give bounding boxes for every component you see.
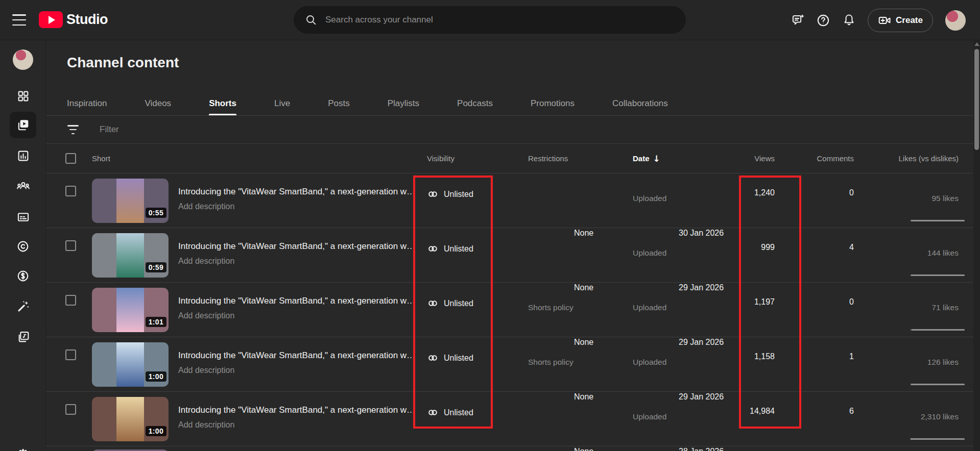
visibility-value: Unlisted [444,190,473,199]
sidebar-item-community[interactable] [10,173,36,199]
short-title[interactable]: Introducing the "VitaWear SmartBand," a … [178,350,418,361]
filter-input[interactable] [100,124,304,135]
add-description-link[interactable]: Add description [178,202,234,211]
short-thumbnail[interactable]: 1:00 [92,342,169,387]
row-checkbox[interactable] [65,349,76,360]
create-button[interactable]: Create [868,9,933,32]
shorts-table-row: 0:59 Introducing the "VitaWear SmartBand… [46,228,980,283]
shorts-table-row: 0:55 Introducing the "VitaWear SmartBand… [46,173,980,228]
comments-cell: 0 [792,297,854,307]
unlisted-link-icon [427,352,439,364]
views-cell: 1,197 [700,297,775,307]
sidebar-item-analytics[interactable] [10,142,36,169]
select-all-checkbox[interactable] [65,153,76,164]
partial-next-row [46,446,980,451]
row-checkbox[interactable] [65,186,76,196]
tab-playlists[interactable]: Playlists [388,91,419,115]
column-views[interactable]: Views [700,144,775,173]
short-thumbnail[interactable]: 1:01 [92,288,169,332]
studio-logo[interactable]: Studio [39,11,108,28]
short-thumbnail-image [116,233,144,278]
visibility-cell[interactable]: Unlisted [427,188,473,200]
row-checkbox[interactable] [65,404,76,415]
column-restrictions[interactable]: Restrictions [528,144,568,173]
sidebar-item-settings[interactable]: ⚙ [10,441,36,451]
short-title[interactable]: Introducing the "VitaWear SmartBand," a … [178,296,418,306]
tab-podcasts[interactable]: Podcasts [457,91,493,115]
restrictions-note: Shorts policy [528,303,573,312]
sidebar-item-copyright[interactable] [10,233,36,260]
account-avatar[interactable] [945,10,966,31]
likes-ratio-bar [910,220,965,221]
scrollbar[interactable] [973,40,980,451]
shorts-table-row: 1:01 Introducing the "VitaWear SmartBand… [46,283,980,337]
views-value: 1,197 [754,297,775,306]
add-description-link[interactable]: Add description [178,420,234,430]
sidebar-item-dashboard[interactable] [10,83,36,109]
short-thumbnail-image [116,179,144,223]
visibility-cell[interactable]: Unlisted [427,407,473,418]
restrictions-note: Shorts policy [528,358,573,367]
views-cell: 14,984 [700,407,775,416]
copyright-icon [16,240,30,253]
unlisted-link-icon [427,297,439,309]
short-thumbnail[interactable]: 0:55 [92,179,169,223]
create-button-label: Create [896,15,923,26]
earn-icon [16,269,30,283]
menu-icon[interactable] [12,14,26,26]
date-note: Uploaded [633,248,666,258]
visibility-cell[interactable]: Unlisted [427,243,473,255]
notifications-button[interactable] [836,8,862,33]
sidebar-item-subtitles[interactable] [10,204,36,230]
add-description-link[interactable]: Add description [178,257,234,266]
dashboard-icon [17,90,30,103]
scrollbar-up-arrow[interactable] [974,42,979,46]
duration-badge: 0:59 [146,262,166,272]
sidebar-item-customization[interactable] [10,293,36,319]
column-visibility[interactable]: Visibility [427,144,455,173]
tab-videos[interactable]: Videos [145,91,171,115]
date-cell: 29 Jan 2026 Uploaded [633,243,666,258]
content-icon [16,118,30,132]
visibility-cell[interactable]: Unlisted [427,297,473,309]
short-title[interactable]: Introducing the "VitaWear SmartBand," a … [178,187,418,197]
short-title[interactable]: Introducing the "VitaWear SmartBand," a … [178,241,418,252]
sidebar-item-earn[interactable] [10,263,36,289]
visibility-cell[interactable]: Unlisted [427,352,473,364]
visibility-value: Unlisted [444,244,473,254]
duration-badge: 1:01 [146,317,166,327]
row-checkbox[interactable] [65,295,76,306]
row-checkbox[interactable] [65,240,76,251]
column-likes[interactable]: Likes (vs dislikes) [853,144,959,173]
add-description-link[interactable]: Add description [178,366,234,375]
short-thumbnail[interactable]: 0:59 [92,233,169,278]
tab-live[interactable]: Live [274,91,290,115]
tab-posts[interactable]: Posts [328,91,350,115]
send-feedback-button[interactable] [785,8,810,33]
analytics-icon [17,149,30,162]
likes-ratio-bar [910,384,965,385]
help-button[interactable] [810,8,836,33]
tab-shorts[interactable]: Shorts [209,91,236,115]
duration-badge: 0:55 [146,208,166,218]
subtitles-icon [17,211,30,223]
tab-collaborations[interactable]: Collaborations [612,91,668,115]
scrollbar-thumb[interactable] [974,49,979,150]
tab-promotions[interactable]: Promotions [531,91,575,115]
column-short[interactable]: Short [92,144,110,173]
channel-avatar[interactable] [13,49,33,70]
add-description-link[interactable]: Add description [178,311,234,320]
search-input[interactable] [325,15,681,25]
filter-icon[interactable] [67,125,79,134]
short-title[interactable]: Introducing the "VitaWear SmartBand," a … [178,405,418,415]
date-note: Uploaded [633,412,666,421]
short-thumbnail[interactable]: 1:00 [92,397,169,441]
customization-wand-icon [16,299,30,313]
short-thumbnail-image [116,288,144,332]
column-date[interactable]: Date↓ [633,144,660,173]
likes-ratio-fill [911,438,965,440]
column-comments[interactable]: Comments [792,144,854,173]
tab-inspiration[interactable]: Inspiration [67,91,107,115]
sidebar-item-content[interactable] [10,112,36,138]
sidebar-item-audio-library[interactable] [10,323,36,350]
